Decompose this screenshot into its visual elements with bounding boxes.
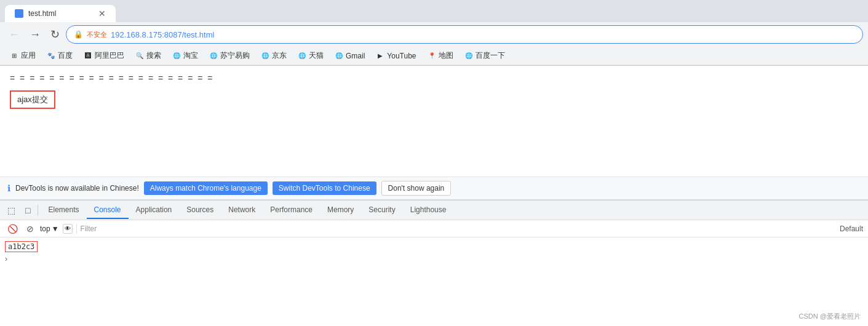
context-dropdown-icon: ▼ (52, 225, 59, 233)
ajax-submit-button[interactable]: ajax提交 (10, 90, 55, 109)
equals-line: = = = = = = = = = = = = = = = = = = = = … (10, 73, 858, 83)
nav-bar: ← → ↻ 🔒 不安全 192.168.8.175:8087/test.html (0, 22, 868, 47)
tab-sources[interactable]: Sources (179, 202, 221, 219)
devtools-panel: ⬚ □ Elements Console Application Sources… (0, 200, 868, 287)
tab-performance[interactable]: Performance (263, 202, 320, 219)
tab-memory[interactable]: Memory (320, 202, 361, 219)
security-icon: 🔒 (74, 30, 83, 39)
tab-console[interactable]: Console (87, 202, 129, 219)
tab-separator (38, 205, 38, 216)
bookmark-youtube[interactable]: ▶ YouTube (371, 50, 421, 62)
bookmark-taobao[interactable]: 🌐 淘宝 (167, 49, 203, 63)
taobao-icon: 🌐 (172, 52, 181, 60)
console-output-line: a1b2c3 (0, 240, 868, 253)
console-filter-input[interactable] (81, 225, 836, 233)
device-toolbar-icon[interactable]: □ (20, 203, 35, 218)
bookmark-tianmao[interactable]: 🌐 天猫 (293, 49, 328, 63)
tab-close-icon[interactable]: ✕ (98, 9, 106, 18)
bookmark-baidu[interactable]: 🐾 百度 (42, 49, 78, 63)
switch-devtools-chinese-button[interactable]: Switch DevTools to Chinese (273, 181, 376, 195)
browser-chrome: test.html ✕ ← → ↻ 🔒 不安全 192.168.8.175:80… (0, 0, 868, 66)
tianmao-icon: 🌐 (298, 52, 306, 60)
url-text: 192.168.8.175:8087/test.html (111, 30, 855, 39)
page-content: = = = = = = = = = = = = = = = = = = = = … (0, 66, 868, 177)
bookmark-jd[interactable]: 🌐 京东 (256, 49, 292, 63)
tab-application[interactable]: Application (129, 202, 180, 219)
bookmark-baidu-search[interactable]: 🌐 百度一下 (460, 49, 510, 63)
tab-bar: test.html ✕ (0, 0, 868, 22)
search-icon: 🔍 (135, 52, 144, 60)
devtools-notification: ℹ DevTools is now available in Chinese! … (0, 177, 868, 200)
bookmark-alibaba[interactable]: 🅰 阿里巴巴 (79, 49, 129, 63)
dont-show-again-button[interactable]: Don't show again (381, 181, 452, 196)
console-expand-icon[interactable]: › (0, 253, 868, 264)
bookmarks-bar: ⊞ 应用 🐾 百度 🅰 阿里巴巴 🔍 搜索 🌐 淘宝 🌐 苏宁易购 🌐 京东 � (0, 47, 868, 65)
live-expression-icon[interactable]: 👁 (63, 224, 73, 234)
alibaba-icon: 🅰 (84, 52, 92, 60)
jd-icon: 🌐 (261, 52, 269, 60)
baidu-icon: 🐾 (47, 52, 55, 60)
browser-tab[interactable]: test.html ✕ (5, 5, 116, 22)
reload-button[interactable]: ↻ (47, 25, 63, 44)
tab-lighthouse[interactable]: Lighthouse (403, 202, 454, 219)
inspect-element-icon[interactable]: ⬚ (2, 203, 20, 218)
filter-icon[interactable]: ⊘ (24, 223, 36, 235)
gmail-icon: 🌐 (335, 52, 343, 60)
toolbar-divider (76, 224, 77, 234)
clear-console-icon[interactable]: 🚫 (5, 223, 20, 235)
bookmark-gmail[interactable]: 🌐 Gmail (330, 50, 370, 62)
console-output: a1b2c3 › (0, 237, 868, 287)
security-warning-text: 不安全 (87, 30, 107, 39)
maps-icon: 📍 (428, 52, 436, 60)
log-level-select[interactable]: Default (840, 225, 863, 233)
devtools-tabs-bar: ⬚ □ Elements Console Application Sources… (0, 201, 868, 220)
context-label: top (40, 225, 50, 233)
youtube-icon: ▶ (376, 52, 384, 60)
console-output-value: a1b2c3 (5, 241, 38, 252)
bookmark-maps[interactable]: 📍 地图 (423, 49, 458, 63)
back-button[interactable]: ← (5, 26, 23, 44)
always-match-language-button[interactable]: Always match Chrome's language (144, 181, 268, 195)
bookmark-suning[interactable]: 🌐 苏宁易购 (204, 49, 255, 63)
suning-icon: 🌐 (209, 52, 218, 60)
notification-info-icon: ℹ (7, 183, 10, 193)
baidu-search-icon: 🌐 (464, 52, 473, 60)
bookmark-search[interactable]: 🔍 搜索 (130, 49, 166, 63)
notification-message: DevTools is now available in Chinese! (15, 184, 139, 193)
forward-button[interactable]: → (26, 26, 44, 44)
bookmark-apps[interactable]: ⊞ 应用 (5, 49, 41, 63)
tab-favicon (15, 9, 23, 18)
tab-security[interactable]: Security (361, 202, 402, 219)
address-bar[interactable]: 🔒 不安全 192.168.8.175:8087/test.html (66, 25, 863, 44)
context-selector[interactable]: top ▼ (40, 225, 59, 233)
tab-network[interactable]: Network (221, 202, 263, 219)
tab-elements[interactable]: Elements (41, 202, 86, 219)
console-toolbar: 🚫 ⊘ top ▼ 👁 Default (0, 220, 868, 237)
apps-icon: ⊞ (10, 52, 18, 60)
tab-title: test.html (28, 9, 56, 18)
